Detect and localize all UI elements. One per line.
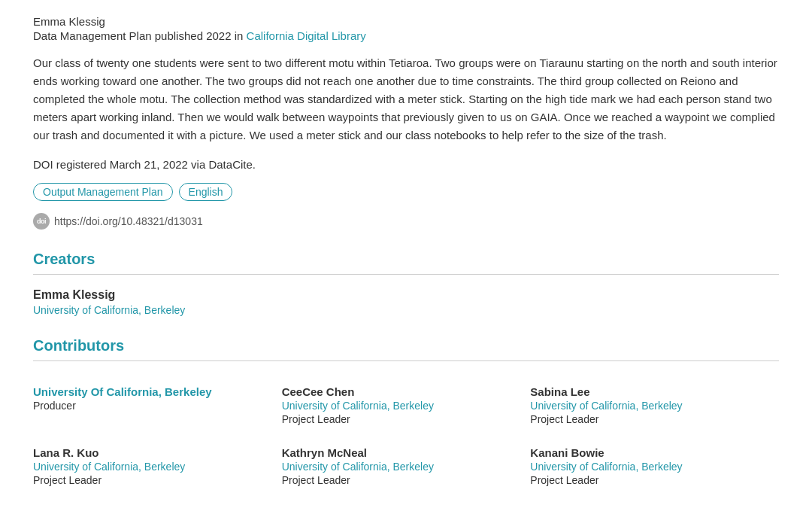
contributor-affiliation[interactable]: University of California, Berkeley	[530, 461, 764, 473]
contributor-name: Sabina Lee	[530, 385, 764, 398]
contributor-affiliation[interactable]: University of California, Berkeley	[282, 400, 516, 412]
tag[interactable]: English	[179, 183, 233, 201]
contributor-role: Project Leader	[33, 474, 267, 486]
doi-icon: doi	[33, 213, 50, 230]
contributor-cell: University Of California, BerkeleyProduc…	[33, 375, 282, 436]
creator-affiliation[interactable]: University of California, Berkeley	[33, 304, 185, 316]
contributor-cell: Kanani BowieUniversity of California, Be…	[530, 436, 779, 497]
tag[interactable]: Output Management Plan	[33, 183, 173, 201]
contributor-role: Project Leader	[282, 474, 516, 486]
contributor-affiliation[interactable]: University of California, Berkeley	[282, 461, 516, 473]
publisher-link[interactable]: California Digital Library	[247, 29, 366, 42]
published-text: Data Management Plan published 2022 in	[33, 29, 243, 42]
contributor-affiliation[interactable]: University of California, Berkeley	[33, 461, 267, 473]
creator-name: Emma Klessig	[33, 288, 779, 302]
contributor-cell: Lana R. KuoUniversity of California, Ber…	[33, 436, 282, 497]
author-name: Emma Klessig	[33, 15, 779, 28]
contributor-cell: CeeCee ChenUniversity of California, Ber…	[282, 375, 531, 436]
contributor-name: Lana R. Kuo	[33, 446, 267, 459]
creators-section: Creators Emma Klessig University of Cali…	[33, 251, 779, 316]
published-line: Data Management Plan published 2022 in C…	[33, 29, 779, 42]
creators-divider	[33, 274, 779, 275]
contributors-grid: University Of California, BerkeleyProduc…	[33, 375, 779, 497]
doi-link[interactable]: https://doi.org/10.48321/d13031	[54, 215, 203, 227]
contributor-cell: Sabina LeeUniversity of California, Berk…	[530, 375, 779, 436]
contributor-name: CeeCee Chen	[282, 385, 516, 398]
contributor-cell: Kathryn McNealUniversity of California, …	[282, 436, 531, 497]
contributors-divider	[33, 360, 779, 361]
contributor-name: Kathryn McNeal	[282, 446, 516, 459]
doi-registered-text: DOI registered March 21, 2022 via DataCi…	[33, 158, 779, 171]
description-text: Our class of twenty one students were se…	[33, 54, 779, 144]
contributor-name: Kanani Bowie	[530, 446, 764, 459]
contributor-role: Project Leader	[530, 413, 764, 425]
tags-container: Output Management PlanEnglish	[33, 183, 779, 201]
contributors-section: Contributors University Of California, B…	[33, 337, 779, 497]
creators-title: Creators	[33, 251, 779, 268]
contributor-affiliation[interactable]: University of California, Berkeley	[530, 400, 764, 412]
creator-block: Emma Klessig University of California, B…	[33, 288, 779, 316]
contributors-title: Contributors	[33, 337, 779, 354]
contributor-role: Project Leader	[530, 474, 764, 486]
doi-link-row: doi https://doi.org/10.48321/d13031	[33, 213, 779, 230]
contributor-name-link[interactable]: University Of California, Berkeley	[33, 385, 267, 398]
contributor-role: Project Leader	[282, 413, 516, 425]
contributor-role: Producer	[33, 400, 267, 412]
